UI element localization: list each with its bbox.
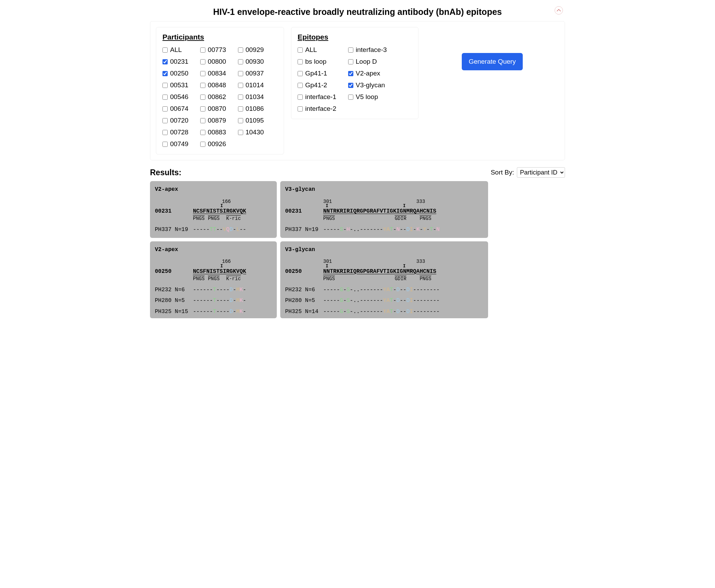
filter-option[interactable]: bs loop [298,58,336,65]
filter-option[interactable]: 01014 [238,81,264,89]
filter-checkbox[interactable] [200,106,205,112]
filter-label: 00929 [246,46,264,54]
filter-checkbox[interactable] [238,83,243,88]
filter-checkbox[interactable] [238,106,243,112]
filter-option[interactable]: 00929 [238,46,264,54]
filter-option[interactable]: 00720 [162,117,188,124]
filter-checkbox[interactable] [348,47,353,53]
filter-label: 00674 [170,105,188,113]
filter-checkbox[interactable] [348,71,353,76]
filter-option[interactable]: 00800 [200,58,226,65]
filter-checkbox[interactable] [238,71,243,76]
filter-checkbox[interactable] [162,130,168,135]
filter-label: 00250 [170,70,188,77]
filter-checkbox[interactable] [238,47,243,53]
filter-checkbox[interactable] [162,142,168,147]
results-grid: V2-apex 166 I00231NCSFNISTSIRGKVQKPNGS P… [150,181,565,318]
participants-heading: Participants [162,33,277,41]
filter-option[interactable]: Gp41-1 [298,70,336,77]
filter-option[interactable]: V3-glycan [348,81,387,89]
filter-option[interactable]: 00728 [162,128,188,136]
filter-checkbox[interactable] [298,95,303,100]
filter-checkbox[interactable] [200,95,205,100]
filter-label: 00937 [246,70,264,77]
filter-option[interactable]: 10430 [238,128,264,136]
filter-checkbox[interactable] [298,47,303,53]
generate-query-button[interactable]: Generate Query [462,53,523,70]
filter-label: 00231 [170,58,188,65]
filter-checkbox[interactable] [298,106,303,112]
filter-option[interactable]: V5 loop [348,93,387,101]
result-card: V3-glycan301 333 I I00250NNTRKRIRIQRGPGR… [280,241,488,318]
collapse-panel-button[interactable] [555,6,563,15]
filter-option[interactable]: 00937 [238,70,264,77]
filter-checkbox[interactable] [200,130,205,135]
filter-checkbox[interactable] [162,118,168,123]
filter-label: 00749 [170,140,188,148]
filter-checkbox[interactable] [200,142,205,147]
filter-checkbox[interactable] [348,95,353,100]
filter-label: 00848 [208,81,226,89]
filter-option[interactable]: 00674 [162,105,188,113]
filter-label: V3-glycan [356,81,385,89]
filter-option[interactable]: 00862 [200,93,226,101]
filter-checkbox[interactable] [200,118,205,123]
filter-option[interactable]: 00870 [200,105,226,113]
filter-label: 00834 [208,70,226,77]
filter-checkbox[interactable] [162,95,168,100]
filters-container: Participants ALL002310025000531005460067… [150,21,565,160]
filter-label: interface-3 [356,46,387,54]
filter-option[interactable]: 00848 [200,81,226,89]
filter-checkbox[interactable] [162,106,168,112]
filter-checkbox[interactable] [200,71,205,76]
filter-label: V5 loop [356,93,378,101]
filter-option[interactable]: V2-apex [348,70,387,77]
filter-option[interactable]: 00231 [162,58,188,65]
filter-option[interactable]: Loop D [348,58,387,65]
filter-checkbox[interactable] [298,59,303,64]
filter-option[interactable]: 01034 [238,93,264,101]
filter-option[interactable]: 00773 [200,46,226,54]
filter-option[interactable]: 00749 [162,140,188,148]
filter-option[interactable]: interface-3 [348,46,387,54]
filter-checkbox[interactable] [162,59,168,64]
filter-option[interactable]: 00879 [200,117,226,124]
filter-option[interactable]: interface-1 [298,93,336,101]
sequence-area: 166 I00231NCSFNISTSIRGKVQKPNGS PNGS K-ri… [155,198,272,234]
filter-option[interactable]: 00930 [238,58,264,65]
filter-option[interactable]: interface-2 [298,105,336,113]
result-card: V3-glycan301 333 I I00231NNTRKRIRIQRGPGR… [280,181,488,238]
filter-option[interactable]: ALL [298,46,336,54]
filter-option[interactable]: 00834 [200,70,226,77]
filter-checkbox[interactable] [238,130,243,135]
filter-checkbox[interactable] [200,47,205,53]
filter-checkbox[interactable] [162,47,168,53]
filter-checkbox[interactable] [238,95,243,100]
filter-option[interactable]: 00250 [162,70,188,77]
filter-checkbox[interactable] [238,118,243,123]
filter-label: bs loop [305,58,326,65]
result-card: V2-apex 166 I00231NCSFNISTSIRGKVQKPNGS P… [150,181,277,238]
filter-option[interactable]: Gp41-2 [298,81,336,89]
filter-label: ALL [305,46,317,54]
filter-label: 00879 [208,117,226,124]
sort-by-select[interactable]: Participant IDEpitope [517,167,565,178]
filter-option[interactable]: 00531 [162,81,188,89]
filter-checkbox[interactable] [348,59,353,64]
filter-checkbox[interactable] [348,83,353,88]
filter-option[interactable]: 00546 [162,93,188,101]
filter-checkbox[interactable] [200,83,205,88]
filter-checkbox[interactable] [162,83,168,88]
filter-checkbox[interactable] [298,83,303,88]
filter-checkbox[interactable] [238,59,243,64]
filter-checkbox[interactable] [200,59,205,64]
filter-checkbox[interactable] [162,71,168,76]
filter-option[interactable]: 01095 [238,117,264,124]
filter-label: 00800 [208,58,226,65]
filter-checkbox[interactable] [298,71,303,76]
filter-option[interactable]: 01086 [238,105,264,113]
filter-option[interactable]: 00883 [200,128,226,136]
filter-option[interactable]: ALL [162,46,188,54]
filter-label: interface-2 [305,105,336,113]
filter-option[interactable]: 00926 [200,140,226,148]
